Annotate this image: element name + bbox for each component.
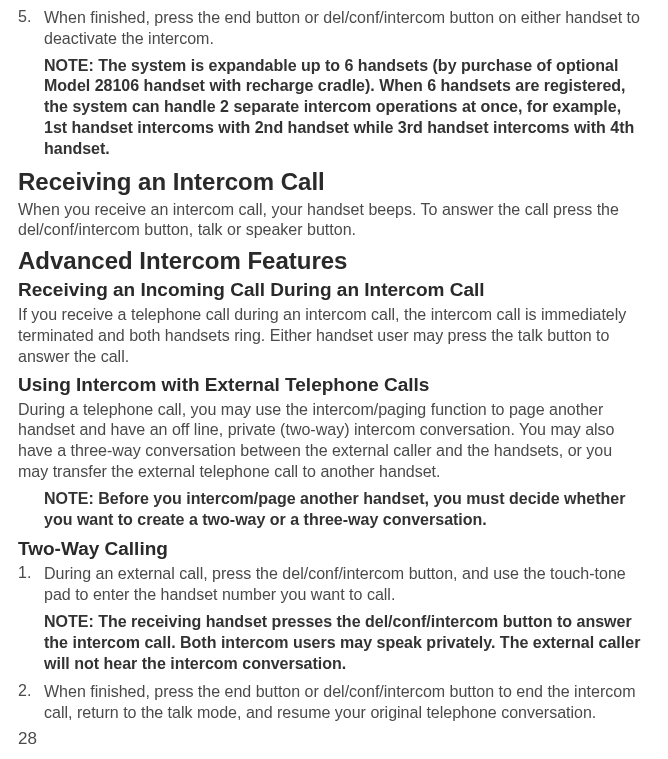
list-item-5: 5. When finished, press the end button o… (18, 8, 644, 50)
subheading-incoming-during-intercom: Receiving an Incoming Call During an Int… (18, 279, 644, 301)
heading-advanced-features: Advanced Intercom Features (18, 247, 644, 275)
note-decide-conversation: NOTE: Before you intercom/page another h… (44, 489, 644, 531)
list-text: During an external call, press the del/c… (44, 564, 644, 606)
list-number: 1. (18, 564, 44, 606)
subheading-external-calls: Using Intercom with External Telephone C… (18, 374, 644, 396)
body-incoming-during: If you receive a telephone call during a… (18, 305, 644, 367)
heading-receiving-intercom: Receiving an Intercom Call (18, 168, 644, 196)
note-receiving-handset: NOTE: The receiving handset presses the … (44, 612, 644, 674)
body-receiving: When you receive an intercom call, your … (18, 200, 644, 242)
list-number: 2. (18, 682, 44, 724)
subheading-two-way: Two-Way Calling (18, 538, 644, 560)
list-item-1: 1. During an external call, press the de… (18, 564, 644, 606)
body-external-calls: During a telephone call, you may use the… (18, 400, 644, 483)
list-item-2: 2. When finished, press the end button o… (18, 682, 644, 724)
note-expandable: NOTE: The system is expandable up to 6 h… (44, 56, 644, 160)
page-number: 28 (18, 729, 37, 749)
list-text: When finished, press the end button or d… (44, 682, 644, 724)
list-text: When finished, press the end button or d… (44, 8, 644, 50)
list-number: 5. (18, 8, 44, 50)
